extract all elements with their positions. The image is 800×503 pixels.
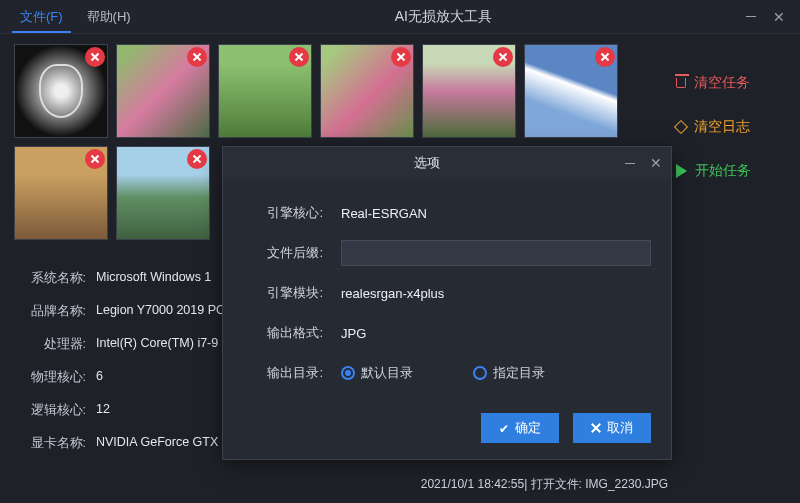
output-format-value: JPG bbox=[341, 326, 366, 341]
window-title: AI无损放大工具 bbox=[143, 8, 744, 26]
remove-icon[interactable] bbox=[493, 47, 513, 67]
sysinfo-label: 显卡名称: bbox=[14, 435, 86, 452]
sysinfo-label: 处理器: bbox=[14, 336, 86, 353]
title-bar: 文件(F) 帮助(H) AI无损放大工具 ✕ bbox=[0, 0, 800, 34]
remove-icon[interactable] bbox=[187, 47, 207, 67]
action-label: 清空任务 bbox=[694, 74, 750, 92]
option-label: 输出格式: bbox=[243, 324, 323, 342]
sysinfo-value: Legion Y7000 2019 PC bbox=[96, 303, 225, 320]
dialog-minimize-icon[interactable] bbox=[623, 156, 637, 170]
radio-label: 默认目录 bbox=[361, 364, 413, 382]
sysinfo-label: 系统名称: bbox=[14, 270, 86, 287]
remove-icon[interactable] bbox=[391, 47, 411, 67]
cancel-button[interactable]: 取消 bbox=[573, 413, 651, 443]
thumbnail-item[interactable] bbox=[116, 44, 210, 138]
remove-icon[interactable] bbox=[85, 47, 105, 67]
sysinfo-value: 6 bbox=[96, 369, 103, 386]
engine-core-value: Real-ESRGAN bbox=[341, 206, 427, 221]
thumbnail-item[interactable] bbox=[422, 44, 516, 138]
check-icon bbox=[499, 421, 509, 436]
menu-file[interactable]: 文件(F) bbox=[8, 2, 75, 32]
radio-icon bbox=[341, 366, 355, 380]
clear-log-button[interactable]: 清空日志 bbox=[672, 118, 750, 136]
remove-icon[interactable] bbox=[595, 47, 615, 67]
minimize-icon[interactable] bbox=[744, 10, 758, 24]
option-label: 文件后缀: bbox=[243, 244, 323, 262]
button-label: 取消 bbox=[607, 419, 633, 437]
remove-icon[interactable] bbox=[187, 149, 207, 169]
action-panel: 清空任务 清空日志 开始任务 bbox=[672, 34, 800, 503]
thumbnail-item[interactable] bbox=[524, 44, 618, 138]
radio-label: 指定目录 bbox=[493, 364, 545, 382]
menu-help[interactable]: 帮助(H) bbox=[75, 2, 143, 32]
action-label: 开始任务 bbox=[695, 162, 751, 180]
file-suffix-input[interactable] bbox=[341, 240, 651, 266]
radio-custom-dir[interactable]: 指定目录 bbox=[473, 364, 545, 382]
dialog-title: 选项 bbox=[231, 154, 623, 172]
ok-button[interactable]: 确定 bbox=[481, 413, 559, 443]
dialog-close-icon[interactable]: ✕ bbox=[649, 156, 663, 170]
sysinfo-label: 品牌名称: bbox=[14, 303, 86, 320]
radio-icon bbox=[473, 366, 487, 380]
thumbnail-item[interactable] bbox=[116, 146, 210, 240]
clear-tasks-button[interactable]: 清空任务 bbox=[672, 74, 750, 92]
option-label: 输出目录: bbox=[243, 364, 323, 382]
remove-icon[interactable] bbox=[289, 47, 309, 67]
action-label: 清空日志 bbox=[694, 118, 750, 136]
sysinfo-value: Microsoft Windows 1 bbox=[96, 270, 211, 287]
sysinfo-value: 12 bbox=[96, 402, 110, 419]
dialog-title-bar[interactable]: 选项 ✕ bbox=[223, 147, 671, 179]
thumbnail-item[interactable] bbox=[218, 44, 312, 138]
trash-icon bbox=[676, 78, 686, 88]
sysinfo-value: Intel(R) Core(TM) i7-9 bbox=[96, 336, 218, 353]
start-task-button[interactable]: 开始任务 bbox=[672, 162, 751, 180]
close-icon[interactable]: ✕ bbox=[772, 10, 786, 24]
sysinfo-label: 逻辑核心: bbox=[14, 402, 86, 419]
play-icon bbox=[676, 164, 687, 178]
option-label: 引擎模块: bbox=[243, 284, 323, 302]
options-dialog: 选项 ✕ 引擎核心: Real-ESRGAN 文件后缀: 引擎模块: reale… bbox=[222, 146, 672, 460]
cross-icon bbox=[591, 423, 601, 433]
engine-module-value: realesrgan-x4plus bbox=[341, 286, 444, 301]
thumbnail-item[interactable] bbox=[14, 146, 108, 240]
button-label: 确定 bbox=[515, 419, 541, 437]
log-line: 2021/10/1 18:42:55| 打开文件: IMG_2230.JPG bbox=[421, 476, 668, 493]
sysinfo-label: 物理核心: bbox=[14, 369, 86, 386]
radio-default-dir[interactable]: 默认目录 bbox=[341, 364, 413, 382]
remove-icon[interactable] bbox=[85, 149, 105, 169]
option-label: 引擎核心: bbox=[243, 204, 323, 222]
diamond-icon bbox=[674, 120, 688, 134]
thumbnail-item[interactable] bbox=[14, 44, 108, 138]
thumbnail-item[interactable] bbox=[320, 44, 414, 138]
